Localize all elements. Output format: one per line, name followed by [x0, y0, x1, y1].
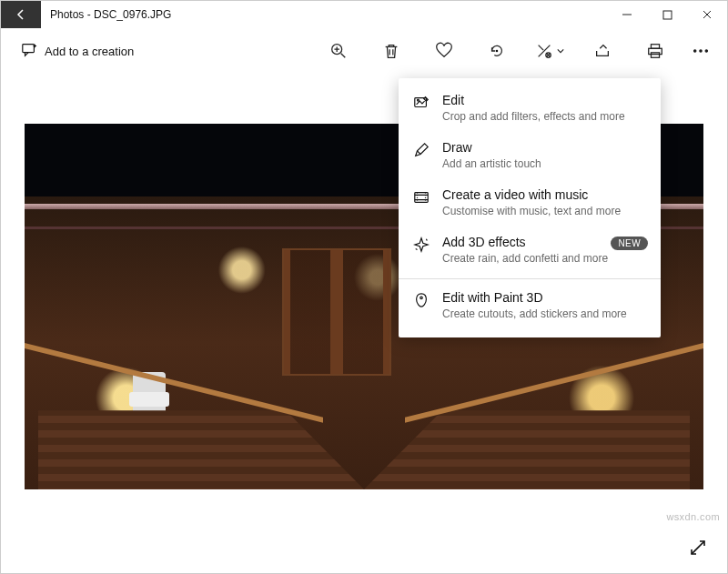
menu-item-subtitle: Customise with music, text and more — [442, 205, 646, 219]
minimize-button[interactable] — [607, 1, 647, 28]
watermark-text: wsxdn.com — [666, 511, 720, 522]
menu-item-subtitle: Create rain, add confetti and more — [442, 252, 646, 267]
menu-item-draw[interactable]: Draw Add an artistic touch — [399, 133, 661, 180]
menu-separator — [399, 278, 661, 279]
maximize-button[interactable] — [647, 1, 687, 28]
svg-point-14 — [420, 297, 423, 299]
edit-dropdown-menu: Edit Crop and add filters, effects and m… — [399, 78, 661, 337]
zoom-button[interactable] — [312, 29, 365, 73]
svg-rect-7 — [651, 53, 659, 57]
paint3d-icon — [413, 290, 430, 321]
chevron-down-icon — [557, 47, 564, 55]
new-badge: NEW — [611, 237, 648, 250]
menu-item-title: Edit with Paint 3D — [442, 290, 646, 307]
menu-item-3d-effects[interactable]: Add 3D effects Create rain, add confetti… — [399, 227, 661, 275]
svg-point-9 — [700, 50, 702, 52]
print-button[interactable] — [629, 29, 682, 73]
svg-point-10 — [705, 50, 707, 52]
sparkle-icon — [413, 235, 430, 266]
menu-item-title: Edit — [442, 93, 646, 109]
rotate-button[interactable] — [470, 29, 523, 73]
toolbar: Add to a creation — [1, 28, 727, 74]
add-to-creation-label: Add to a creation — [45, 45, 134, 58]
svg-point-8 — [694, 50, 696, 52]
menu-item-edit[interactable]: Edit Crop and add filters, effects and m… — [399, 86, 661, 133]
svg-rect-0 — [663, 11, 672, 19]
menu-item-subtitle: Create cutouts, add stickers and more — [442, 307, 646, 322]
close-button[interactable] — [687, 1, 727, 28]
svg-point-3 — [496, 50, 499, 53]
menu-item-subtitle: Add an artistic touch — [442, 157, 646, 172]
share-button[interactable] — [576, 29, 629, 73]
back-button[interactable] — [1, 1, 41, 28]
photo-edit-icon — [413, 93, 430, 124]
more-button[interactable] — [682, 29, 720, 73]
delete-button[interactable] — [365, 29, 418, 73]
window-title: Photos - DSC_0976.JPG — [50, 8, 171, 21]
fullscreen-button[interactable] — [683, 533, 713, 562]
svg-rect-5 — [651, 45, 659, 49]
add-to-creation-button[interactable]: Add to a creation — [12, 36, 143, 66]
favorite-button[interactable] — [418, 29, 470, 73]
svg-rect-1 — [23, 44, 35, 52]
menu-item-paint3d[interactable]: Edit with Paint 3D Create cutouts, add s… — [399, 283, 661, 330]
video-music-icon — [413, 187, 430, 218]
menu-item-title: Draw — [442, 140, 646, 156]
title-bar: Photos - DSC_0976.JPG — [1, 1, 727, 28]
menu-item-video[interactable]: Create a video with music Customise with… — [399, 180, 661, 227]
pen-icon — [413, 140, 430, 171]
svg-point-12 — [418, 99, 420, 101]
comment-add-icon — [21, 42, 37, 61]
edit-menu-button[interactable] — [523, 29, 576, 73]
menu-item-title: Create a video with music — [442, 187, 646, 204]
menu-item-subtitle: Crop and add filters, effects and more — [442, 110, 646, 125]
